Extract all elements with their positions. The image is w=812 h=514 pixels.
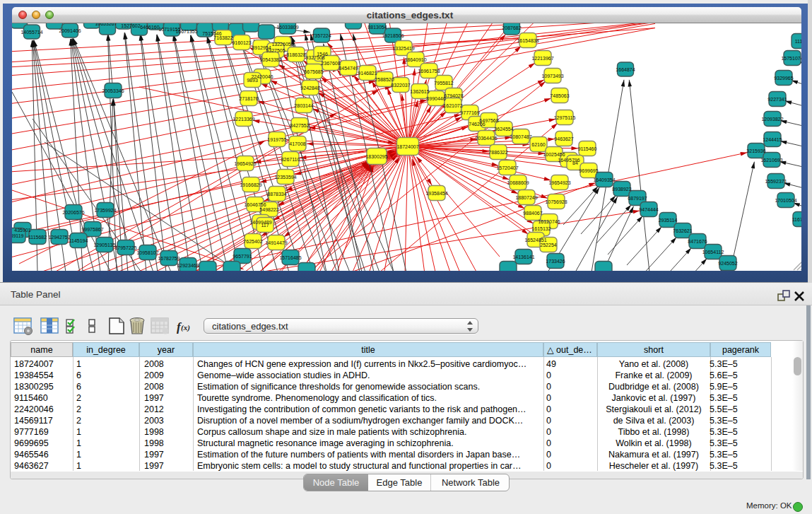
svg-text:1145194: 1145194 bbox=[69, 238, 88, 243]
svg-text:10543382: 10543382 bbox=[259, 57, 281, 62]
svg-text:15751074: 15751074 bbox=[781, 56, 801, 61]
svg-text:16524851: 16524851 bbox=[524, 238, 546, 243]
svg-text:7357224: 7357224 bbox=[312, 33, 331, 38]
svg-text:18807249: 18807249 bbox=[515, 195, 537, 200]
svg-text:18724007: 18724007 bbox=[396, 144, 418, 149]
svg-text:10973493: 10973493 bbox=[541, 74, 563, 78]
svg-text:16409354: 16409354 bbox=[593, 177, 615, 182]
svg-text:12905135: 12905135 bbox=[93, 243, 115, 247]
svg-text:19654923: 19654923 bbox=[548, 180, 570, 185]
svg-text:(x): (x) bbox=[181, 323, 190, 332]
svg-text:9115460: 9115460 bbox=[578, 146, 597, 151]
svg-text:2087682: 2087682 bbox=[502, 25, 521, 30]
svg-text:1167534: 1167534 bbox=[792, 217, 801, 222]
svg-text:14136141: 14136141 bbox=[512, 255, 534, 259]
svg-text:62160: 62160 bbox=[531, 142, 546, 147]
svg-text:1733426: 1733426 bbox=[546, 259, 565, 264]
svg-text:9474444: 9474444 bbox=[639, 207, 658, 212]
svg-text:8427552: 8427552 bbox=[290, 123, 309, 128]
svg-text:9777169: 9777169 bbox=[460, 110, 479, 115]
svg-text:6466160: 6466160 bbox=[140, 25, 159, 30]
svg-text:16120746: 16120746 bbox=[538, 219, 560, 224]
svg-text:16961758: 16961758 bbox=[418, 69, 440, 74]
svg-text:10653267: 10653267 bbox=[95, 23, 117, 26]
svg-text:10025456: 10025456 bbox=[543, 152, 565, 157]
svg-text:20206576: 20206576 bbox=[62, 210, 84, 215]
svg-text:13226058: 13226058 bbox=[271, 42, 293, 47]
svg-text:19218506: 19218506 bbox=[382, 33, 404, 38]
svg-text:16154838: 16154838 bbox=[517, 38, 539, 43]
svg-text:1615132: 1615132 bbox=[531, 226, 551, 231]
svg-text:3215936: 3215936 bbox=[746, 148, 765, 153]
svg-text:1621072: 1621072 bbox=[443, 103, 462, 108]
svg-text:14914479: 14914479 bbox=[265, 240, 287, 245]
svg-text:1244415: 1244415 bbox=[763, 137, 782, 142]
svg-text:15592371: 15592371 bbox=[765, 179, 787, 184]
svg-text:9884067: 9884067 bbox=[523, 211, 542, 216]
svg-text:10688609: 10688609 bbox=[507, 180, 529, 185]
svg-text:7886322: 7886322 bbox=[488, 150, 507, 155]
svg-text:10654112: 10654112 bbox=[702, 250, 724, 255]
svg-text:18300295: 18300295 bbox=[365, 154, 387, 159]
svg-text:9327505: 9327505 bbox=[266, 48, 285, 53]
svg-text:8267110: 8267110 bbox=[281, 157, 300, 162]
svg-text:8813054: 8813054 bbox=[367, 25, 387, 30]
svg-text:1919755: 1919755 bbox=[267, 137, 286, 142]
svg-text:9893: 9893 bbox=[247, 78, 258, 83]
svg-text:16033809: 16033809 bbox=[276, 25, 298, 30]
svg-text:1527602: 1527602 bbox=[121, 23, 140, 28]
svg-text:6794028: 6794028 bbox=[444, 93, 463, 98]
svg-text:3624554: 3624554 bbox=[494, 127, 513, 132]
svg-text:39119: 39119 bbox=[12, 233, 24, 238]
svg-text:1664874: 1664874 bbox=[616, 67, 635, 72]
svg-text:2367608: 2367608 bbox=[321, 61, 340, 66]
svg-text:12213967: 12213967 bbox=[531, 56, 553, 61]
svg-text:99975867: 99975867 bbox=[81, 227, 103, 232]
svg-text:17359924: 17359924 bbox=[94, 208, 116, 213]
svg-text:20053346: 20053346 bbox=[102, 88, 124, 93]
svg-text:15720407: 15720407 bbox=[496, 165, 518, 170]
svg-text:9329965: 9329965 bbox=[774, 76, 793, 81]
svg-text:9657791: 9657791 bbox=[233, 254, 252, 259]
svg-text:1362615: 1362615 bbox=[410, 89, 429, 94]
svg-text:7515546: 7515546 bbox=[202, 31, 221, 36]
svg-text:19166829: 19166829 bbox=[240, 182, 261, 187]
svg-text:10756928: 10756928 bbox=[545, 199, 567, 204]
svg-text:6879197: 6879197 bbox=[628, 196, 647, 201]
svg-text:8990446: 8990446 bbox=[426, 96, 445, 101]
svg-text:10958107: 10958107 bbox=[136, 250, 158, 255]
svg-text:435901: 435901 bbox=[14, 228, 30, 233]
svg-text:15716485: 15716485 bbox=[279, 255, 301, 260]
svg-text:14055714: 14055714 bbox=[20, 30, 42, 35]
svg-text:1115682: 1115682 bbox=[28, 235, 47, 240]
svg-text:9463627: 9463627 bbox=[554, 136, 573, 141]
svg-text:1117: 1117 bbox=[795, 39, 801, 44]
svg-text:417008: 417008 bbox=[289, 141, 305, 146]
svg-text:9699695: 9699695 bbox=[579, 168, 598, 173]
svg-text:20091406: 20091406 bbox=[59, 28, 81, 33]
svg-text:117: 117 bbox=[261, 223, 269, 228]
svg-text:16046756: 16046756 bbox=[244, 202, 266, 207]
svg-text:19654925: 19654925 bbox=[234, 161, 256, 166]
svg-text:7485063: 7485063 bbox=[550, 93, 569, 98]
svg-text:8878334: 8878334 bbox=[267, 192, 286, 197]
svg-text:8186328: 8186328 bbox=[286, 52, 305, 57]
svg-text:252254: 252254 bbox=[540, 243, 556, 247]
svg-text:84: 84 bbox=[572, 160, 578, 165]
svg-text:9245052: 9245052 bbox=[718, 261, 737, 266]
svg-text:8322037: 8322037 bbox=[391, 83, 410, 88]
svg-text:2803144: 2803144 bbox=[294, 103, 313, 108]
svg-text:12353594: 12353594 bbox=[274, 175, 296, 180]
svg-text:12923468: 12923468 bbox=[177, 263, 199, 268]
svg-text:18640910: 18640910 bbox=[404, 57, 426, 62]
svg-text:5675685: 5675685 bbox=[304, 69, 323, 74]
svg-text:9242848: 9242848 bbox=[300, 86, 319, 90]
svg-text:16210693: 16210693 bbox=[760, 158, 782, 163]
svg-text:2935114: 2935114 bbox=[659, 218, 678, 223]
svg-text:16782759: 16782759 bbox=[158, 256, 180, 261]
svg-text:9227341: 9227341 bbox=[767, 97, 787, 102]
svg-text:12213369: 12213369 bbox=[233, 117, 254, 122]
svg-text:17957225: 17957225 bbox=[114, 245, 136, 250]
svg-text:12093822: 12093822 bbox=[761, 117, 783, 122]
svg-text:19358454: 19358454 bbox=[425, 191, 447, 196]
